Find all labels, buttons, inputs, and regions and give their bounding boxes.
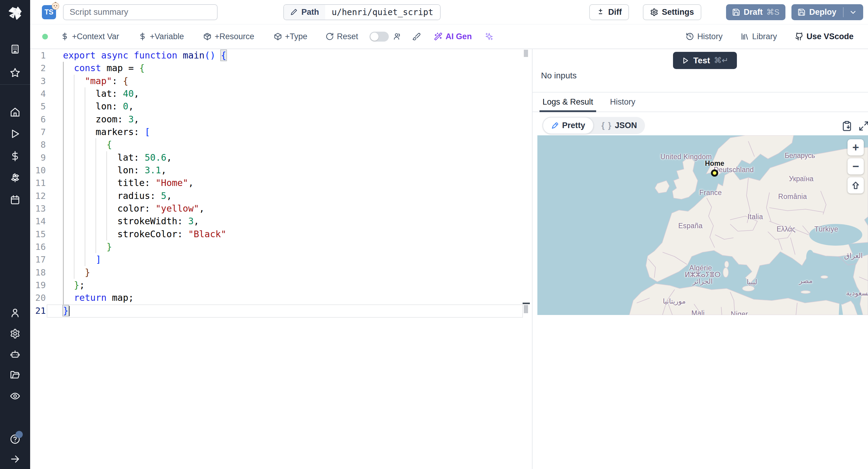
use-vscode-button[interactable]: Use VScode <box>792 29 857 44</box>
add-type-button[interactable]: +Type <box>270 29 311 44</box>
pen-icon <box>551 122 559 130</box>
play-icon <box>681 57 689 64</box>
reset-view-button[interactable] <box>847 177 864 193</box>
code-lines[interactable]: export async function main() { const map… <box>63 49 226 317</box>
calendar-icon[interactable] <box>10 195 21 205</box>
line-number: 5 <box>30 100 46 113</box>
deploy-button[interactable]: Deploy <box>792 4 863 20</box>
settings-button[interactable]: Settings <box>643 4 701 20</box>
tab-logs-result[interactable]: Logs & Result <box>539 93 596 112</box>
result-map[interactable]: United KingdomБеларусьDeutschlandУкраїна… <box>537 135 868 315</box>
help-icon[interactable] <box>10 434 21 445</box>
map-country-label: مصر <box>799 277 812 285</box>
map-country-label: Italia <box>747 213 763 221</box>
copy-result-icon[interactable] <box>841 121 852 131</box>
map-country-label: الجزائر <box>692 277 712 285</box>
scrollbar-handle[interactable] <box>524 50 528 57</box>
eye-icon[interactable] <box>10 391 21 402</box>
map-country-label: United Kingdom <box>660 153 712 161</box>
code-line[interactable]: title: "Home", <box>63 177 226 189</box>
star-icon[interactable] <box>10 67 21 78</box>
diff-button[interactable]: Diff <box>589 4 629 20</box>
map-country-label: السعودية <box>846 289 868 297</box>
code-line[interactable]: } <box>63 305 226 317</box>
line-number: 15 <box>30 228 46 241</box>
arrow-up-icon <box>851 181 860 190</box>
code-line[interactable]: lat: 50.6, <box>63 151 226 164</box>
map-country-label: France <box>700 189 722 197</box>
add-context-var-button[interactable]: +Context Var <box>57 29 123 44</box>
code-line[interactable]: ] <box>63 253 226 266</box>
code-line[interactable]: } <box>63 266 226 279</box>
code-line[interactable]: zoom: 3, <box>63 113 226 126</box>
chevron-down-icon[interactable] <box>849 8 857 16</box>
pretty-toggle[interactable]: Pretty <box>542 117 594 134</box>
right-panel: Test ⌘↵ No inputs Logs & Result History … <box>532 49 868 469</box>
code-line[interactable]: radius: 5, <box>63 190 226 202</box>
path-value[interactable]: u/henri/quiet_script <box>325 5 440 20</box>
reset-button[interactable]: Reset <box>322 29 362 44</box>
home-icon[interactable] <box>10 107 21 118</box>
script-summary-input[interactable] <box>63 4 218 20</box>
path-field[interactable]: Path u/henri/quiet_script <box>283 4 441 20</box>
code-line[interactable]: const map = { <box>63 62 226 74</box>
sidebar-divider <box>0 84 30 85</box>
sparkles-icon[interactable] <box>483 29 495 44</box>
line-number: 18 <box>30 266 46 279</box>
pencil-icon <box>290 8 298 16</box>
building-icon[interactable] <box>10 44 21 55</box>
code-line[interactable]: } <box>63 241 226 253</box>
expand-icon[interactable] <box>858 121 868 131</box>
code-line[interactable]: }; <box>63 279 226 291</box>
collab-toggle[interactable] <box>370 32 389 41</box>
windmill-logo-icon[interactable] <box>7 5 23 21</box>
dollar-icon <box>61 32 69 41</box>
test-button[interactable]: Test ⌘↵ <box>673 52 737 69</box>
code-line[interactable]: lat: 40, <box>63 87 226 100</box>
ai-gen-button[interactable]: AI Gen <box>430 29 475 44</box>
users-icon[interactable] <box>391 29 403 44</box>
add-resource-button[interactable]: +Resource <box>199 29 258 44</box>
dollar-icon[interactable] <box>10 151 21 162</box>
library-button[interactable]: Library <box>737 29 781 44</box>
map-country-label: Mali <box>691 309 705 315</box>
code-line[interactable]: markers: [ <box>63 126 226 138</box>
user-icon[interactable] <box>10 308 21 318</box>
map-country-label: Niger <box>731 310 748 315</box>
pane-divider[interactable] <box>532 49 532 469</box>
code-line[interactable]: strokeWidth: 3, <box>63 215 226 227</box>
code-line[interactable]: lon: 3.1, <box>63 164 226 177</box>
boxes-icon[interactable] <box>10 173 21 183</box>
history-button[interactable]: History <box>682 29 726 44</box>
library-icon <box>741 32 749 41</box>
map-country-label: ليبيا <box>747 278 757 286</box>
gear-icon[interactable] <box>10 329 21 339</box>
line-number: 20 <box>30 291 46 304</box>
map-marker[interactable] <box>711 169 718 177</box>
paintbrush-icon[interactable] <box>410 29 423 44</box>
draft-shortcut: ⌘S <box>767 7 779 17</box>
tab-history[interactable]: History <box>607 93 638 112</box>
code-line[interactable]: "map": { <box>63 75 226 87</box>
history-icon <box>686 32 694 41</box>
add-variable-button[interactable]: +Variable <box>135 29 187 44</box>
arrow-right-icon[interactable] <box>10 454 21 465</box>
code-line[interactable]: color: "yellow", <box>63 202 226 215</box>
code-line[interactable]: lon: 0, <box>63 100 226 113</box>
play-icon[interactable] <box>10 129 21 139</box>
code-line[interactable]: return map; <box>63 291 226 304</box>
code-line[interactable]: strokeColor: "Black" <box>63 228 226 241</box>
code-line[interactable]: { <box>63 138 226 151</box>
no-inputs-text: No inputs <box>541 71 577 81</box>
json-toggle[interactable]: { } JSON <box>594 117 645 134</box>
zoom-in-button[interactable]: + <box>847 139 864 156</box>
line-number: 1 <box>30 49 46 62</box>
bot-icon[interactable] <box>10 349 21 359</box>
draft-button[interactable]: Draft ⌘S <box>726 4 785 20</box>
sidebar <box>0 0 30 469</box>
code-line[interactable]: export async function main() { <box>63 49 226 62</box>
folder-open-icon[interactable] <box>10 370 21 380</box>
code-editor[interactable]: 123456789101112131415161718192021 export… <box>30 49 532 469</box>
zoom-out-button[interactable]: − <box>847 158 864 175</box>
github-icon <box>795 32 804 41</box>
